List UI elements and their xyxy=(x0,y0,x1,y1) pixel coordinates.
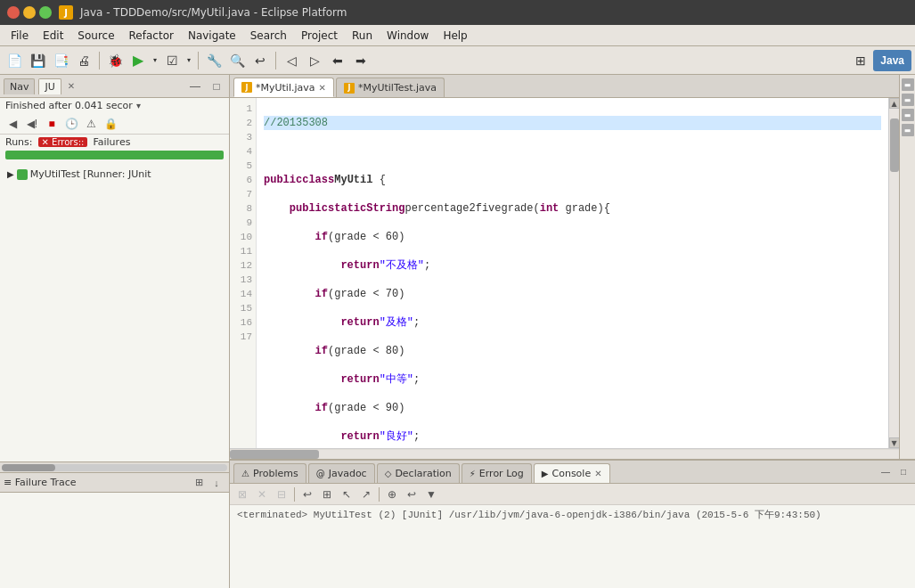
problems-icon: ⚠ xyxy=(241,469,249,478)
menu-run[interactable]: Run xyxy=(345,28,380,44)
coverage-dropdown[interactable]: ▾ xyxy=(184,50,193,71)
maximize-button[interactable] xyxy=(39,6,52,19)
status-dropdown-icon[interactable]: ▾ xyxy=(136,101,141,110)
code-line-12: return "良好"; xyxy=(264,429,881,444)
jump-button[interactable]: ↩ xyxy=(249,50,271,71)
tab-nav[interactable]: Nav xyxy=(4,78,35,94)
menu-refactor[interactable]: Refactor xyxy=(122,28,181,44)
code-content[interactable]: //20135308 public class MyUtil { public … xyxy=(257,98,888,448)
code-line-6: return "不及格"; xyxy=(264,258,881,273)
console-tab-close[interactable]: ✕ xyxy=(594,469,601,478)
menu-help[interactable]: Help xyxy=(436,28,474,44)
javadoc-icon: @ xyxy=(316,469,325,478)
failure-trace-panel: ≡ Failure Trace ⊞ ↓ xyxy=(0,472,229,588)
rs-icon-2[interactable]: ▬ xyxy=(902,94,914,106)
run-dropdown[interactable]: ▾ xyxy=(151,50,159,71)
editor-vscrollbar[interactable]: ▲ ▼ xyxy=(888,98,899,448)
open-perspective-button[interactable]: ⊞ xyxy=(850,50,871,71)
editor-tab-myutiltest[interactable]: J *MyUtilTest.java xyxy=(336,78,445,97)
editor-area: J *MyUtil.java ✕ J *MyUtilTest.java 1 2 xyxy=(230,75,915,459)
rerun-button[interactable]: ◀ xyxy=(4,115,21,133)
failure-trace-btn2[interactable]: ↓ xyxy=(208,475,225,491)
search-button[interactable]: 🔍 xyxy=(226,50,248,71)
editor-tab-myutil-close[interactable]: ✕ xyxy=(319,83,326,93)
editor-code-wrap: J *MyUtil.java ✕ J *MyUtilTest.java 1 2 xyxy=(230,75,899,459)
word-wrap-btn[interactable]: ⊕ xyxy=(383,486,401,503)
clear-console-btn[interactable]: ⊠ xyxy=(233,486,251,503)
test-status: Finished after 0.041 secor ▾ xyxy=(0,98,229,113)
relaunch-btn[interactable]: ↩ xyxy=(298,486,316,503)
code-line-8: return "及格"; xyxy=(264,315,881,330)
scroll-lock[interactable]: 🔒 xyxy=(102,115,119,133)
bottom-tab-declaration[interactable]: ◇ Declaration xyxy=(377,463,460,483)
minimize-button[interactable] xyxy=(23,6,36,19)
bottom-tab-console[interactable]: ▶ Console ✕ xyxy=(534,463,610,483)
window-controls[interactable] xyxy=(7,6,52,19)
forward-button[interactable]: ➡ xyxy=(350,50,372,71)
show-output-btn[interactable]: ↗ xyxy=(357,486,375,503)
bottom-panel: ⚠ Problems @ Javadoc ◇ Declaration ⚡ Err… xyxy=(230,459,915,588)
expand-icon[interactable]: ▶ xyxy=(7,169,14,179)
history-button[interactable]: 🕒 xyxy=(62,115,80,133)
remove-launch-btn[interactable]: ⊟ xyxy=(273,486,290,503)
stop-button[interactable]: ■ xyxy=(43,115,61,133)
menu-search[interactable]: Search xyxy=(243,28,294,44)
extern-tools-button[interactable]: 🔧 xyxy=(203,50,225,71)
failure-trace-btn1[interactable]: ⊞ xyxy=(190,475,208,491)
editor-hscrollbar[interactable] xyxy=(230,448,899,459)
prev-edit-button[interactable]: ◁ xyxy=(281,50,302,71)
back-button[interactable]: ⬅ xyxy=(327,50,348,71)
debug-button[interactable]: 🐞 xyxy=(104,50,126,71)
bottom-tab-problems[interactable]: ⚠ Problems xyxy=(233,463,306,483)
menu-edit[interactable]: Edit xyxy=(36,28,70,44)
print-button[interactable]: 🖨 xyxy=(73,50,94,71)
close-button[interactable] xyxy=(7,6,20,19)
save-all-button[interactable]: 📑 xyxy=(50,50,71,71)
show-only-failures[interactable]: ⚠ xyxy=(82,115,100,133)
menu-project[interactable]: Project xyxy=(294,28,345,44)
rs-icon-1[interactable]: ▬ xyxy=(902,78,914,91)
test-tree-item[interactable]: ▶ MyUtilTest [Runner: JUnit xyxy=(4,167,225,182)
rs-icon-4[interactable]: ▬ xyxy=(902,124,914,136)
failure-trace-content xyxy=(0,493,229,588)
left-hscrollbar[interactable] xyxy=(0,461,229,472)
menu-source[interactable]: Source xyxy=(70,28,121,44)
rs-icon-3[interactable]: ▬ xyxy=(902,109,914,121)
rerun-failed-button[interactable]: ◀! xyxy=(23,115,41,133)
bottom-tab-javadoc[interactable]: @ Javadoc xyxy=(308,463,375,483)
menu-file[interactable]: File xyxy=(4,28,36,44)
console-toolbar: ⊠ ✕ ⊟ ↩ ⊞ ↖ ↗ ⊕ ↩ ▼ xyxy=(230,484,915,505)
menu-navigate[interactable]: Navigate xyxy=(181,28,243,44)
editor-tab-myutil[interactable]: J *MyUtil.java ✕ xyxy=(233,78,334,97)
hscroll-thumb[interactable] xyxy=(230,450,319,459)
menu-window[interactable]: Window xyxy=(380,28,436,44)
coverage-button[interactable]: ☑ xyxy=(161,50,183,71)
bottom-maximize[interactable]: □ xyxy=(895,463,911,479)
scroll-lock-btn[interactable]: ↩ xyxy=(403,486,421,503)
left-panel: Nav JU ✕ — □ Finished after 0.041 secor … xyxy=(0,75,230,588)
run-button[interactable]: ▶ xyxy=(127,50,149,71)
hscroll-track xyxy=(230,450,899,459)
stop-btn[interactable]: ✕ xyxy=(253,486,271,503)
java-icon-myutil: J xyxy=(241,82,252,93)
left-panel-close[interactable]: ✕ xyxy=(68,81,75,91)
open-console-btn[interactable]: ⊞ xyxy=(318,486,336,503)
new-button[interactable]: 📄 xyxy=(4,50,25,71)
vscroll-thumb[interactable] xyxy=(890,118,899,172)
hscrollbar-thumb[interactable] xyxy=(2,464,55,471)
bottom-tab-errorlog[interactable]: ⚡ Error Log xyxy=(462,463,532,483)
tab-junit[interactable]: JU xyxy=(38,78,61,94)
java-perspective-button[interactable]: Java xyxy=(873,50,911,71)
vscroll-up[interactable]: ▲ xyxy=(889,98,900,109)
toolbar-sep-1 xyxy=(99,52,100,69)
vscroll-down[interactable]: ▼ xyxy=(889,437,900,448)
hscrollbar-track xyxy=(2,464,227,471)
save-button[interactable]: 💾 xyxy=(27,50,48,71)
maximize-left-panel[interactable]: □ xyxy=(208,78,225,95)
code-line-11: if(grade < 90) xyxy=(264,401,881,415)
more-options-btn[interactable]: ▼ xyxy=(422,486,440,503)
minimize-left-panel[interactable]: — xyxy=(186,78,204,95)
bottom-minimize[interactable]: — xyxy=(878,463,894,479)
next-edit-button[interactable]: ▷ xyxy=(304,50,325,71)
pin-console-btn[interactable]: ↖ xyxy=(338,486,355,503)
